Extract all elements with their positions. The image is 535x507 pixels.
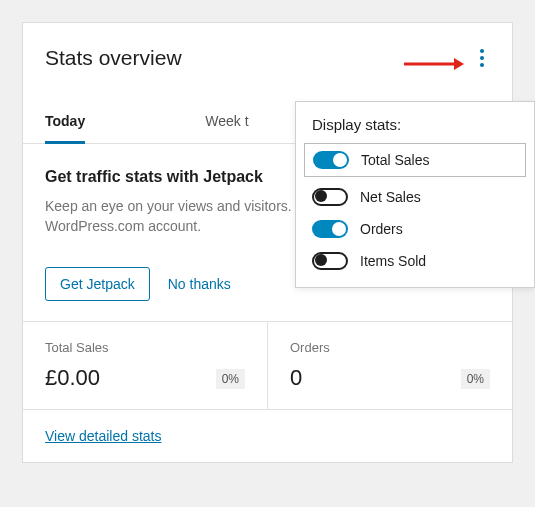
no-thanks-link[interactable]: No thanks (168, 276, 231, 292)
tab-today[interactable]: Today (45, 103, 85, 144)
option-total-sales[interactable]: Total Sales (304, 143, 526, 177)
stat-delta-badge: 0% (216, 369, 245, 389)
view-detailed-stats-link[interactable]: View detailed stats (45, 428, 161, 444)
card-footer: View detailed stats (23, 409, 512, 462)
option-items-sold[interactable]: Items Sold (296, 245, 534, 277)
option-label: Total Sales (361, 152, 429, 168)
get-jetpack-button[interactable]: Get Jetpack (45, 267, 150, 301)
display-stats-popover: Display stats: Total Sales Net Sales Ord… (295, 101, 535, 288)
stat-label: Orders (290, 340, 490, 355)
ellipsis-menu-icon[interactable] (474, 43, 490, 73)
option-label: Items Sold (360, 253, 426, 269)
option-label: Orders (360, 221, 403, 237)
card-header: Stats overview (23, 23, 512, 85)
option-net-sales[interactable]: Net Sales (296, 181, 534, 213)
stat-orders: Orders 0 0% (267, 322, 512, 409)
annotation-arrow-icon (404, 55, 464, 73)
toggle-icon[interactable] (312, 188, 348, 206)
stat-label: Total Sales (45, 340, 245, 355)
popover-title: Display stats: (296, 116, 534, 143)
toggle-icon[interactable] (313, 151, 349, 169)
svg-marker-1 (454, 58, 464, 70)
tab-week[interactable]: Week t (205, 103, 248, 143)
stats-overview-card: Stats overview Today Week t Get traffic … (22, 22, 513, 463)
option-label: Net Sales (360, 189, 421, 205)
stats-row: Total Sales £0.00 0% Orders 0 0% (23, 321, 512, 409)
card-title: Stats overview (45, 46, 182, 70)
stat-delta-badge: 0% (461, 369, 490, 389)
toggle-icon[interactable] (312, 252, 348, 270)
option-orders[interactable]: Orders (296, 213, 534, 245)
toggle-icon[interactable] (312, 220, 348, 238)
stat-total-sales: Total Sales £0.00 0% (23, 322, 267, 409)
